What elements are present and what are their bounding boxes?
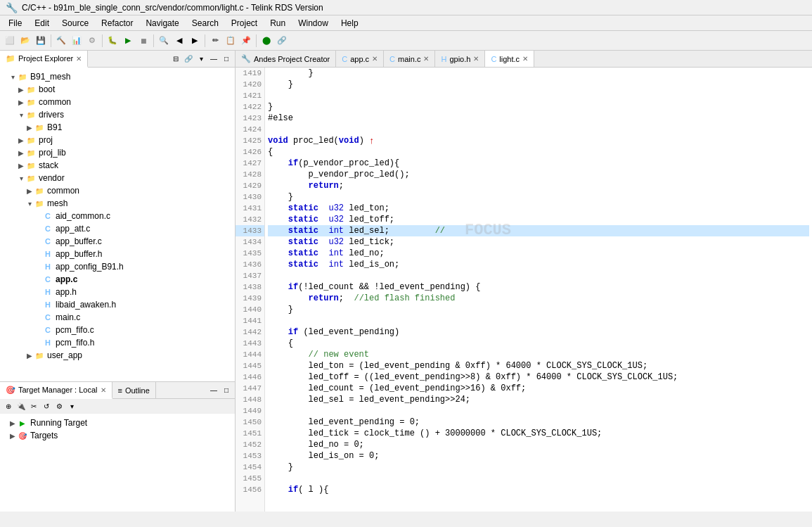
tree-item-libaid_awaken.h[interactable]: Hlibaid_awaken.h — [0, 298, 235, 311]
tab-gpio-h[interactable]: H gpio.h ✕ — [435, 51, 485, 67]
tree-item-user_app[interactable]: ▶📁user_app — [0, 349, 235, 362]
project-explorer-close[interactable]: ✕ — [76, 55, 82, 63]
toolbar-btn8[interactable]: 🔗 — [275, 34, 289, 48]
line-num-1420: 1420 — [236, 79, 264, 90]
toolbar-btn3[interactable]: ⚙ — [85, 34, 99, 48]
toolbar-btn4[interactable]: ✏ — [208, 34, 222, 48]
app-c-tab-close[interactable]: ✕ — [372, 55, 378, 63]
tree-item-vendor[interactable]: ▾📁vendor — [0, 172, 235, 184]
left-tab-bar: 📁 Project Explorer ✕ ⊟ 🔗 ▾ — □ — [0, 51, 235, 68]
line-num-1419: 1419 — [236, 68, 264, 79]
tree-item-stack[interactable]: ▶📁stack — [0, 159, 235, 172]
tree-item-app_buffer.h[interactable]: Happ_buffer.h — [0, 248, 235, 260]
tab-light-c[interactable]: C light.c ✕ — [485, 51, 534, 67]
line-num-1429: 1429 — [236, 180, 264, 191]
code-line-1443: { — [268, 338, 809, 349]
bottom-maximize-btn[interactable]: □ — [221, 385, 232, 396]
toolbar-btn6[interactable]: 📌 — [239, 34, 253, 48]
tree-item-main.c[interactable]: Cmain.c — [0, 311, 235, 324]
tree-item-app.h[interactable]: Happ.h — [0, 286, 235, 298]
link-editor-btn[interactable]: 🔗 — [183, 53, 194, 65]
toolbar-nav-back-btn[interactable]: ◀ — [172, 34, 186, 48]
targets-item[interactable]: ▶ 🎯 Targets — [3, 429, 232, 442]
toolbar-btn5[interactable]: 📋 — [224, 34, 238, 48]
toolbar-nav-fwd-btn[interactable]: ▶ — [188, 34, 202, 48]
code-line-1450: led_event_pending = 0; — [268, 417, 809, 428]
menu-help[interactable]: Help — [335, 17, 364, 30]
toolbar-debug-btn[interactable]: 🐛 — [105, 34, 120, 48]
view-menu-btn[interactable]: ▾ — [195, 53, 207, 65]
code-line-1425: void proc_led(void) ↑ — [268, 135, 809, 146]
maximize-btn[interactable]: □ — [221, 53, 232, 65]
line-num-1426: 1426 — [236, 146, 264, 158]
gpio-h-tab-close[interactable]: ✕ — [473, 55, 479, 63]
line-num-1433: 1433 — [236, 225, 264, 236]
line-num-1436: 1436 — [236, 259, 264, 270]
menu-run[interactable]: Run — [264, 17, 291, 30]
tree-item-proj_lib[interactable]: ▶📁proj_lib — [0, 146, 235, 159]
code-area: 1419142014211422142314241425142614271428… — [236, 68, 812, 512]
toolbar-save-btn[interactable]: 💾 — [34, 34, 48, 48]
toolbar-open-btn[interactable]: 📂 — [18, 34, 32, 48]
target-connect-btn[interactable]: 🔌 — [15, 400, 27, 412]
line-num-1425: 1425 — [236, 135, 264, 146]
tree-item-drivers[interactable]: ▾📁drivers — [0, 108, 235, 121]
tab-target-manager[interactable]: 🎯 Target Manager : Local ✕ — [0, 382, 112, 399]
tab-outline[interactable]: ≡ Outline — [112, 382, 156, 398]
toolbar-btn7[interactable]: ⬤ — [259, 34, 273, 48]
line-num-1421: 1421 — [236, 90, 264, 101]
window-title: C/C++ - b91m_ble_single_conn_src/vendor/… — [22, 3, 323, 13]
target-new-btn[interactable]: ⊕ — [3, 400, 14, 412]
line-num-1437: 1437 — [236, 270, 264, 281]
toolbar-build-btn[interactable]: 🔨 — [54, 34, 68, 48]
menu-edit[interactable]: Edit — [29, 17, 55, 30]
menu-source[interactable]: Source — [56, 17, 94, 30]
menu-navigate[interactable]: Navigate — [140, 17, 184, 30]
code-content[interactable]: } }}#elsevoid proc_led(void) ↑{ if(p_ven… — [265, 68, 812, 512]
tab-main-c[interactable]: C main.c ✕ — [384, 51, 435, 67]
code-line-1422: } — [268, 101, 809, 113]
tab-project-explorer[interactable]: 📁 Project Explorer ✕ — [0, 51, 88, 68]
tree-item-pcm_fifo.c[interactable]: Cpcm_fifo.c — [0, 324, 235, 336]
tree-item-B91[interactable]: ▶📁B91 — [0, 121, 235, 134]
minimize-btn[interactable]: — — [208, 53, 219, 65]
target-disconnect-btn[interactable]: ✂ — [28, 400, 39, 412]
running-target-item[interactable]: ▶ ▶ Running Target — [3, 417, 232, 429]
code-line-1454: } — [268, 462, 809, 473]
toolbar-search-btn[interactable]: 🔍 — [157, 34, 171, 48]
tree-item-B91_mesh[interactable]: ▾📁B91_mesh — [0, 70, 235, 83]
target-view-btn[interactable]: ▾ — [66, 400, 77, 412]
tree-item-app_config_B91.h[interactable]: Happ_config_B91.h — [0, 260, 235, 273]
menu-window[interactable]: Window — [292, 17, 334, 30]
target-manager-close[interactable]: ✕ — [101, 386, 106, 394]
menu-search[interactable]: Search — [186, 17, 224, 30]
tree-item-app.c[interactable]: Capp.c — [0, 273, 235, 286]
tree-item-app_att.c[interactable]: Capp_att.c — [0, 222, 235, 235]
menu-file[interactable]: File — [3, 17, 27, 30]
tree-item-pcm_fifo.h[interactable]: Hpcm_fifo.h — [0, 336, 235, 349]
tree-item-proj[interactable]: ▶📁proj — [0, 134, 235, 146]
tree-item-boot[interactable]: ▶📁boot — [0, 83, 235, 96]
toolbar-new-btn[interactable]: ⬜ — [3, 34, 17, 48]
target-settings-btn[interactable]: ⚙ — [53, 400, 65, 412]
target-refresh-btn[interactable]: ↺ — [41, 400, 52, 412]
main-c-tab-close[interactable]: ✕ — [423, 55, 429, 63]
toolbar-run-btn[interactable]: ▶ — [121, 34, 135, 48]
tree-item-common[interactable]: ▶📁common — [0, 96, 235, 108]
menu-project[interactable]: Project — [226, 17, 263, 30]
tree-item-aid_common.c[interactable]: Caid_common.c — [0, 210, 235, 222]
bottom-minimize-btn[interactable]: — — [208, 385, 219, 396]
left-panel: 📁 Project Explorer ✕ ⊟ 🔗 ▾ — □ ▾📁B91_mes… — [0, 51, 236, 512]
tree-item-mesh[interactable]: ▾📁mesh — [0, 197, 235, 210]
menu-refactor[interactable]: Refactor — [96, 17, 138, 30]
code-line-1429: return; — [268, 180, 809, 191]
toolbar-btn2[interactable]: 📊 — [70, 34, 84, 48]
light-c-tab-close[interactable]: ✕ — [522, 55, 528, 63]
collapse-all-btn[interactable]: ⊟ — [170, 53, 181, 65]
tab-andes-project-creator[interactable]: 🔧 Andes Project Creator — [236, 51, 336, 67]
toolbar-stop-btn[interactable]: ⏹ — [136, 34, 150, 48]
tab-app-c[interactable]: C app.c ✕ — [336, 51, 384, 67]
code-line-1451: led_tick = clock_time () + 30000000 * CL… — [268, 428, 809, 439]
tree-item-common2[interactable]: ▶📁common — [0, 184, 235, 197]
tree-item-app_buffer.c[interactable]: Capp_buffer.c — [0, 235, 235, 248]
